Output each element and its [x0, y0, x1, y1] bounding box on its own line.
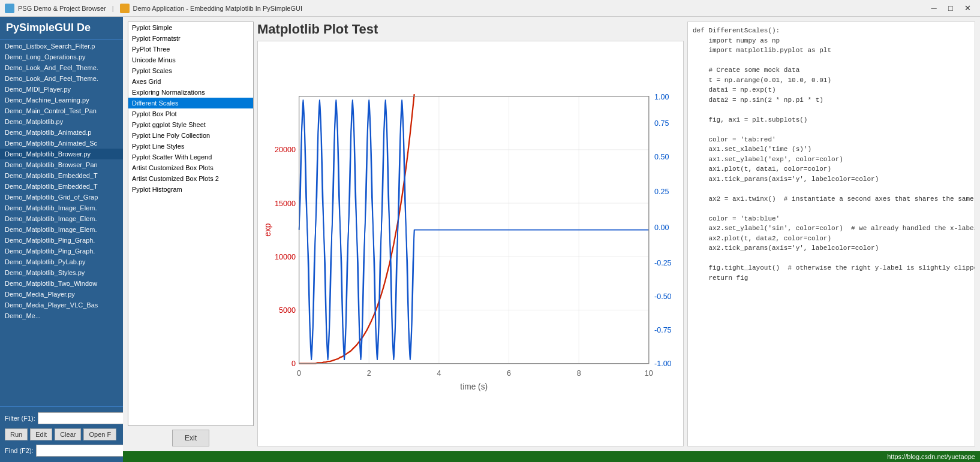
svg-text:8: 8	[577, 369, 581, 378]
sidebar-item[interactable]: Demo_Matplotlib_Embedded_T	[0, 181, 123, 192]
sidebar-item[interactable]: Demo_Main_Control_Test_Pan	[0, 105, 123, 116]
demo-list-item[interactable]: PyPlot Three	[128, 44, 253, 55]
chart-container: 0 2 4 6 8 10 time (s) 0 5000	[257, 41, 684, 446]
find-input[interactable]	[36, 445, 123, 457]
sidebar-item[interactable]: Demo_Look_And_Feel_Theme.	[0, 62, 123, 73]
sidebar-item[interactable]: Demo_Matplotlib_Ping_Graph.	[0, 246, 123, 256]
code-line	[693, 105, 970, 115]
sidebar-item[interactable]: Demo_Matplotlib_Image_Elem.	[0, 203, 123, 213]
chart-panel: Matplotlib Plot Test	[257, 22, 684, 446]
code-line: color = 'tab:red'	[693, 135, 970, 145]
demo-list-item[interactable]: Pyplot Formatstr	[128, 33, 253, 44]
find-label: Find (F2):	[5, 447, 34, 454]
footer-url: https://blog.csdn.net/yuetaope	[887, 453, 975, 460]
code-line	[693, 184, 970, 194]
sidebar-item[interactable]: Demo_Media_Player.py	[0, 289, 123, 300]
x-axis-label: time (s)	[460, 382, 488, 391]
footer-bar: https://blog.csdn.net/yuetaope	[123, 451, 980, 462]
exit-btn-container: Exit	[128, 430, 254, 446]
main-content: Pyplot SimplePyplot FormatstrPyPlot Thre…	[123, 17, 980, 462]
sidebar-item[interactable]: Demo_Matplotlib_Two_Window	[0, 278, 123, 289]
sidebar-item[interactable]: Demo_Media_Player_VLC_Bas	[0, 300, 123, 310]
svg-text:10: 10	[645, 369, 653, 378]
svg-text:10000: 10000	[275, 253, 296, 261]
svg-text:0.50: 0.50	[654, 153, 669, 161]
code-line: data1 = np.exp(t)	[693, 85, 970, 95]
sidebar-item[interactable]: Demo_Look_And_Feel_Theme.	[0, 73, 123, 84]
filter-label: Filter (F1):	[5, 415, 35, 422]
demo-list[interactable]: Pyplot SimplePyplot FormatstrPyPlot Thre…	[128, 22, 254, 426]
find-row: Find (F2):	[5, 443, 118, 458]
sidebar-item[interactable]: Demo_Matplotlib_Embedded_T	[0, 170, 123, 181]
demo-list-item[interactable]: Pyplot Line Styles	[128, 141, 253, 152]
exit-button[interactable]: Exit	[172, 430, 209, 446]
code-line: ax2 = ax1.twinx() # instantiate a second…	[693, 194, 970, 204]
svg-text:0: 0	[297, 369, 301, 378]
sidebar-item[interactable]: Demo_Matplotlib_Image_Elem.	[0, 213, 123, 224]
sidebar-item[interactable]: Demo_Matplotlib_Image_Elem.	[0, 224, 123, 235]
code-line: ax1.set_xlabel('time (s)')	[693, 144, 970, 155]
sidebar-item[interactable]: Demo_Matplotlib_Animated_Sc	[0, 138, 123, 149]
code-line: ax1.plot(t, data1, color=color)	[693, 164, 970, 174]
title-bar: PSG Demo & Project Browser | Demo Applic…	[0, 0, 980, 17]
demo-list-item[interactable]: Pyplot Scales	[128, 65, 253, 76]
code-line: ax2.plot(t, data2, color=color)	[693, 234, 970, 244]
sidebar-item[interactable]: Demo_Matplotlib_PyLab.py	[0, 256, 123, 267]
filter-input[interactable]	[38, 412, 123, 424]
code-line: data2 = np.sin(2 * np.pi * t)	[693, 95, 970, 105]
sidebar-item[interactable]: Demo_Matplotlib_Browser.py	[0, 149, 123, 159]
inner-layout: Pyplot SimplePyplot FormatstrPyPlot Thre…	[123, 17, 980, 451]
svg-text:5000: 5000	[279, 306, 296, 315]
sidebar-item[interactable]: Demo_Matplotlib_Ping_Graph.	[0, 235, 123, 246]
app-icon	[5, 4, 14, 13]
demo-list-item[interactable]: Pyplot Histogram	[128, 184, 253, 195]
code-line: t = np.arange(0.01, 10.0, 0.01)	[693, 76, 970, 86]
svg-text:4: 4	[437, 369, 441, 378]
code-panel: def DifferentScales(): import numpy as n…	[687, 22, 975, 446]
demo-list-item[interactable]: Pyplot Line Poly Collection	[128, 130, 253, 141]
left-title: PSG Demo & Project Browser	[18, 5, 106, 12]
demo-list-item[interactable]: Pyplot Scatter With Legend	[128, 152, 253, 162]
sidebar-item[interactable]: Demo_Matplotlib_Grid_of_Grap	[0, 192, 123, 203]
sidebar-item[interactable]: Demo_Matplotlib_Browser_Pan	[0, 159, 123, 170]
sidebar-item[interactable]: Demo_Listbox_Search_Filter.p	[0, 41, 123, 52]
sidebar-item[interactable]: Demo_Matplotlib_Animated.p	[0, 127, 123, 138]
svg-text:15000: 15000	[275, 200, 296, 208]
open-folder-button[interactable]: Open F	[83, 428, 116, 440]
y-left-label: exp	[263, 223, 272, 236]
minimize-button[interactable]: ─	[926, 2, 942, 15]
demo-list-item[interactable]: Pyplot Simple	[128, 22, 253, 33]
sidebar-item[interactable]: Demo_Matplotlib.py	[0, 116, 123, 127]
code-line: fig, ax1 = plt.subplots()	[693, 115, 970, 125]
demo-list-item[interactable]: Different Scales	[128, 98, 253, 108]
demo-list-item[interactable]: Artist Customized Box Plots	[128, 162, 253, 173]
sidebar-item[interactable]: Demo_Long_Operations.py	[0, 52, 123, 62]
code-line: ax2.tick_params(axis='y', labelcolor=col…	[693, 243, 970, 253]
sidebar-item[interactable]: Demo_Matplotlib_Styles.py	[0, 267, 123, 278]
demo-list-item[interactable]: Pyplot ggplot Style Sheet	[128, 119, 253, 130]
window-controls: ─ □ ✕	[926, 2, 975, 15]
sidebar-item[interactable]: Demo_Machine_Learning.py	[0, 95, 123, 105]
right-title: Demo Application - Embedding Matplotlib …	[133, 5, 302, 12]
sidebar: PySimpleGUI De Demo_Listbox_Search_Filte…	[0, 17, 123, 462]
edit-button[interactable]: Edit	[30, 428, 52, 440]
restore-button[interactable]: □	[943, 2, 958, 15]
sidebar-item[interactable]: Demo_Me...	[0, 310, 123, 321]
demo-list-item[interactable]: Unicode Minus	[128, 55, 253, 65]
svg-text:6: 6	[507, 369, 511, 378]
demo-list-item[interactable]: Pyplot Box Plot	[128, 108, 253, 119]
demo-list-item[interactable]: Artist Customized Box Plots 2	[128, 173, 253, 184]
sidebar-item[interactable]: Demo_MIDI_Player.py	[0, 84, 123, 95]
svg-text:0.75: 0.75	[654, 119, 669, 128]
close-button[interactable]: ✕	[960, 2, 975, 15]
demo-list-item[interactable]: Exploring Normalizations	[128, 87, 253, 98]
demo-list-item[interactable]: Axes Grid	[128, 76, 253, 87]
clear-button[interactable]: Clear	[55, 428, 81, 440]
list-panel: Pyplot SimplePyplot FormatstrPyPlot Thre…	[128, 22, 254, 446]
run-button[interactable]: Run	[5, 428, 28, 440]
svg-text:-0.75: -0.75	[654, 326, 672, 334]
code-line: ax2.set_ylabel('sin', color=color) # we …	[693, 224, 970, 234]
sidebar-title: PySimpleGUI De	[0, 17, 123, 40]
code-line: return fig	[693, 273, 970, 283]
sidebar-list[interactable]: Demo_Listbox_Search_Filter.pDemo_Long_Op…	[0, 40, 123, 406]
